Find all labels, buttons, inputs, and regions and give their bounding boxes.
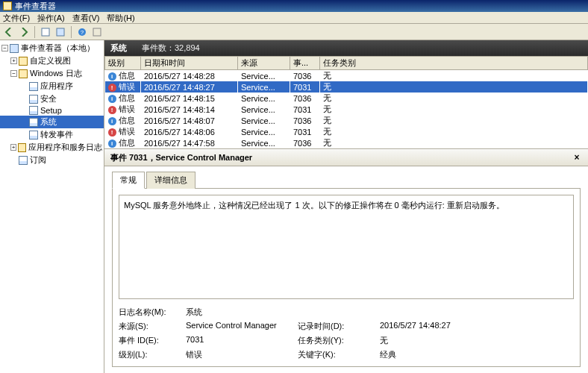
- error-icon: !: [108, 84, 116, 92]
- field-label: 事件 ID(E):: [119, 335, 178, 346]
- tree-label: Windows 日志: [30, 68, 82, 79]
- folder-icon: [18, 143, 26, 152]
- tree-label: Setup: [40, 106, 62, 115]
- tree-label: 自定义视图: [30, 55, 71, 66]
- table-row[interactable]: !错误2016/5/27 14:48:27Service...7031无: [105, 81, 588, 93]
- field-label: 来源(S):: [119, 321, 178, 332]
- tree-windows-logs[interactable]: − Windows 日志: [0, 67, 104, 80]
- tree-label: 转发事件: [40, 129, 73, 140]
- menu-file[interactable]: 文件(F): [3, 13, 30, 22]
- field-label: 任务类别(Y):: [298, 335, 372, 346]
- collapse-icon[interactable]: −: [10, 70, 17, 77]
- field-value: 2016/5/27 14:48:27: [380, 321, 499, 332]
- toolbar: ?: [0, 24, 588, 40]
- field-value: 系统: [186, 307, 290, 318]
- expand-icon[interactable]: +: [10, 57, 17, 64]
- tab-general[interactable]: 常规: [112, 172, 145, 189]
- folder-icon: [19, 69, 28, 78]
- col-datetime[interactable]: 日期和时间: [141, 57, 238, 70]
- col-level[interactable]: 级别: [105, 57, 141, 70]
- tree-security[interactable]: 安全: [0, 93, 104, 105]
- event-count: 事件数：32,894: [142, 43, 200, 54]
- event-list[interactable]: 级别 日期和时间 来源 事... 任务类别 i信息2016/5/27 14:48…: [104, 56, 588, 149]
- app-icon: [3, 1, 12, 10]
- menu-view[interactable]: 查看(V): [72, 13, 100, 22]
- list-header: 系统 事件数：32,894: [104, 40, 588, 56]
- window-title: 事件查看器: [15, 1, 56, 12]
- table-row[interactable]: !错误2016/5/27 14:48:14Service...7031无: [105, 104, 588, 115]
- window-titlebar: 事件查看器: [0, 0, 588, 12]
- back-button[interactable]: [3, 26, 15, 38]
- field-value: 错误: [186, 349, 290, 360]
- field-value: 无: [380, 335, 499, 346]
- tree-label: 事件查看器（本地）: [21, 43, 95, 54]
- info-icon: i: [108, 117, 116, 125]
- subscription-icon: [19, 156, 28, 165]
- tree-app-services[interactable]: + 应用程序和服务日志: [0, 141, 104, 154]
- field-label: 记录时间(D):: [298, 321, 372, 332]
- tree-setup[interactable]: Setup: [0, 105, 104, 116]
- log-icon: [29, 95, 38, 104]
- col-category[interactable]: 任务类别: [320, 57, 588, 70]
- error-icon: !: [108, 106, 116, 114]
- eventviewer-icon: [10, 44, 19, 53]
- tree-label: 系统: [40, 116, 57, 128]
- menu-help[interactable]: 帮助(H): [107, 13, 134, 22]
- field-label: 关键字(K):: [298, 349, 372, 360]
- list-title: 系统: [110, 43, 127, 54]
- info-icon: i: [108, 140, 116, 148]
- event-fields: 日志名称(M): 系统 来源(S): Service Control Manag…: [119, 307, 574, 360]
- folder-icon: [19, 57, 28, 66]
- field-value: Service Control Manager: [186, 321, 290, 332]
- detail-header: 事件 7031，Service Control Manager ×: [104, 149, 588, 166]
- svg-rect-1: [57, 28, 64, 36]
- navigation-tree[interactable]: − 事件查看器（本地） + 自定义视图 − Windows 日志 应用程序 安全: [0, 40, 104, 373]
- tree-system[interactable]: 系统: [0, 116, 104, 128]
- tab-details[interactable]: 详细信息: [146, 172, 196, 189]
- tree-label: 应用程序: [40, 81, 73, 92]
- tree-subscriptions[interactable]: 订阅: [0, 154, 104, 166]
- toolbar-separator: [71, 26, 72, 38]
- event-description[interactable]: MySQL 服务意外地终止，这种情况已经出现了 1 次。以下的修正操作将在 0 …: [119, 195, 574, 299]
- col-eventid[interactable]: 事...: [290, 57, 320, 70]
- col-source[interactable]: 来源: [238, 57, 290, 70]
- help-button[interactable]: ?: [76, 26, 88, 38]
- detail-title: 事件 7031，Service Control Manager: [110, 152, 252, 163]
- tree-root[interactable]: − 事件查看器（本地）: [0, 42, 104, 54]
- menubar: 文件(F) 操作(A) 查看(V) 帮助(H): [0, 12, 588, 24]
- event-table: 级别 日期和时间 来源 事... 任务类别 i信息2016/5/27 14:48…: [104, 56, 588, 149]
- table-row[interactable]: i信息2016/5/27 14:48:28Service...7036无: [105, 70, 588, 82]
- info-icon: i: [108, 72, 116, 81]
- tree-custom-views[interactable]: + 自定义视图: [0, 54, 104, 67]
- tab-panel-general: MySQL 服务意外地终止，这种情况已经出现了 1 次。以下的修正操作将在 0 …: [112, 188, 581, 367]
- tree-forwarded[interactable]: 转发事件: [0, 128, 104, 141]
- tree-label: 应用程序和服务日志: [28, 142, 102, 153]
- tree-label: 订阅: [30, 154, 46, 166]
- tree-application[interactable]: 应用程序: [0, 80, 104, 93]
- svg-rect-0: [42, 28, 49, 36]
- svg-text:?: ?: [81, 29, 84, 36]
- view-button[interactable]: [91, 26, 103, 38]
- properties-button[interactable]: [54, 26, 66, 38]
- field-label: 级别(L):: [119, 349, 178, 360]
- table-row[interactable]: i信息2016/5/27 14:48:07Service...7036无: [105, 115, 588, 126]
- log-icon: [29, 82, 38, 91]
- field-value: 经典: [380, 349, 499, 360]
- log-icon: [29, 106, 38, 115]
- menu-action[interactable]: 操作(A): [37, 13, 65, 22]
- forward-button[interactable]: [18, 26, 30, 38]
- log-icon: [29, 118, 38, 127]
- content-pane: 系统 事件数：32,894 级别 日期和时间 来源 事... 任务类别 i信息2…: [104, 40, 588, 373]
- svg-rect-4: [93, 28, 101, 36]
- table-row[interactable]: i信息2016/5/27 14:48:15Service...7036无: [105, 93, 588, 104]
- close-detail-button[interactable]: ×: [572, 153, 582, 163]
- table-row[interactable]: i信息2016/5/27 14:47:58Service...7036无: [105, 137, 588, 148]
- action-button[interactable]: [40, 26, 51, 38]
- table-header-row: 级别 日期和时间 来源 事... 任务类别: [105, 57, 588, 70]
- expand-icon[interactable]: +: [10, 144, 16, 151]
- error-icon: !: [108, 128, 116, 137]
- collapse-icon[interactable]: −: [1, 45, 8, 51]
- table-row[interactable]: !错误2016/5/27 14:48:06Service...7031无: [105, 126, 588, 137]
- field-label: 日志名称(M):: [119, 307, 178, 318]
- tree-label: 安全: [40, 93, 57, 104]
